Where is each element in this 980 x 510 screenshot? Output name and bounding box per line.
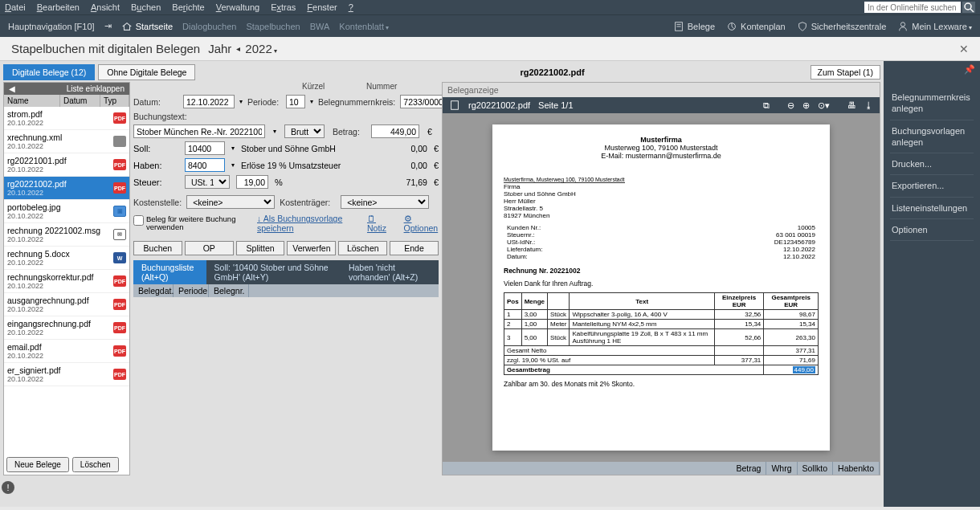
pdf-icon: PDF [113, 322, 126, 333]
popout-icon[interactable]: ⧉ [763, 100, 770, 111]
sidebar-action[interactable]: Exportieren... [890, 175, 974, 197]
file-item[interactable]: rechnungskorrektur.pdf20.10.2022PDF [4, 270, 129, 293]
sidebar-action[interactable]: Belegnummernkreis anlegen [890, 87, 974, 120]
link-notiz[interactable]: 🗒 Notiz [367, 214, 391, 233]
sidebar-action[interactable]: Buchungsvorlagen anlegen [890, 120, 974, 154]
sidebar-action[interactable]: Optionen [890, 219, 974, 241]
document-icon [449, 100, 460, 111]
tb-belege[interactable]: Belege [673, 21, 715, 32]
subtab-buchungsliste[interactable]: Buchungsliste (Alt+Q) [133, 260, 206, 284]
nav-bwa[interactable]: BWA [310, 22, 330, 31]
label-betrag: Betrag: [333, 127, 363, 137]
splitten-button[interactable]: Splitten [236, 241, 285, 255]
input-buchungstext[interactable] [133, 124, 265, 138]
input-soll[interactable] [185, 141, 225, 155]
col-betrag[interactable]: Betrag [732, 462, 767, 475]
select-kostenstelle[interactable]: <keine> [186, 195, 275, 209]
download-icon[interactable]: ⭳ [864, 100, 873, 110]
op-button[interactable]: OP [185, 241, 234, 255]
nav-stapelbuchen[interactable]: Stapelbuchen [246, 22, 300, 31]
input-betrag[interactable] [371, 124, 419, 138]
buchen-button[interactable]: Buchen [133, 241, 182, 255]
menu-bearbeiten[interactable]: Bearbeiten [37, 2, 80, 12]
zum-stapel-button[interactable]: Zum Stapel (1) [811, 65, 880, 80]
file-item[interactable]: rg20221001.pdf20.10.2022PDF [4, 153, 129, 177]
help-search-input[interactable] [864, 2, 961, 13]
zoom-in-icon[interactable]: ⊕ [802, 100, 810, 111]
nav-kontenblatt[interactable]: Kontenblatt [339, 22, 389, 31]
label-kuerzel: Kürzel [302, 82, 350, 91]
tb-kontenplan[interactable]: Kontenplan [726, 21, 786, 32]
file-item[interactable]: er_signiert.pdf20.10.2022PDF [4, 363, 129, 386]
file-item[interactable]: email.pdf20.10.2022PDF [4, 340, 129, 363]
checkbox-weitere-buchung[interactable] [133, 215, 144, 226]
pin-panel-icon[interactable]: 📌 [964, 64, 975, 75]
file-item[interactable]: rechnung 20221002.msg20.10.2022✉ [4, 223, 129, 247]
file-item[interactable]: rg20221002.pdf20.10.2022PDF [4, 177, 129, 200]
verwerfen-button[interactable]: Verwerfen [287, 241, 336, 255]
sidebar-action[interactable]: Drucken... [890, 153, 974, 175]
col-belegnr[interactable]: Belegnr. [209, 284, 249, 297]
pdf-icon: PDF [113, 369, 126, 380]
file-item[interactable]: portobeleg.jpg20.10.2022▣ [4, 200, 129, 223]
svg-point-0 [965, 3, 971, 10]
file-item[interactable]: rechnung 5.docx20.10.2022W [4, 247, 129, 270]
menu-ansicht[interactable]: Ansicht [91, 2, 120, 12]
neue-belege-button[interactable]: Neue Belege [6, 457, 69, 472]
zoom-out-icon[interactable]: ⊖ [787, 100, 794, 111]
print-icon[interactable]: 🖶 [847, 100, 856, 110]
input-datum[interactable] [183, 95, 235, 108]
subtab-haben[interactable]: Haben 'nicht vorhanden' (Alt+Z) [341, 260, 439, 284]
alert-icon[interactable]: ! [2, 481, 14, 494]
file-item[interactable]: ausgangrechnung.pdf20.10.2022PDF [4, 293, 129, 316]
label-periode: Periode: [247, 97, 281, 107]
file-item[interactable]: strom.pdf20.10.2022PDF [4, 107, 129, 130]
loeschen-button[interactable]: Löschen [72, 457, 119, 472]
col-whrg[interactable]: Whrg [766, 462, 797, 475]
text-steuer-val: 71,69 [379, 177, 427, 187]
col-sollkto[interactable]: Sollkto [798, 462, 834, 475]
pdf-icon: PDF [113, 159, 126, 170]
input-periode[interactable] [286, 95, 305, 108]
menu-datei[interactable]: Datei [5, 2, 26, 12]
tab-ohne-digitale-belege[interactable]: Ohne Digitale Belege [98, 64, 195, 80]
link-als-vorlage[interactable]: ↓ Als Buchungsvorlage speichern [257, 214, 354, 233]
collapse-list-button[interactable]: ◀Liste einklappen [4, 83, 129, 95]
text-haben-val: 0,00 [379, 161, 427, 170]
input-haben[interactable] [185, 158, 225, 172]
label-nummer: Nummer [366, 82, 439, 91]
menu-berichte[interactable]: Berichte [172, 2, 204, 12]
zoom-fit-icon[interactable]: ⊙▾ [818, 100, 830, 111]
löschen-button[interactable]: Löschen [338, 241, 387, 255]
label-datum: Datum: [133, 97, 178, 107]
menu-help[interactable]: ? [349, 2, 353, 12]
file-item[interactable]: eingangsrechnung.pdf20.10.2022PDF [4, 316, 129, 340]
select-brutto[interactable]: Brutto [284, 124, 325, 138]
subtab-soll[interactable]: Soll: '10400 Stober und Söhne GmbH' (Alt… [206, 260, 341, 284]
nav-startseite[interactable]: Startseite [136, 22, 173, 31]
menu-extras[interactable]: Extras [271, 2, 296, 12]
tb-sicherheit[interactable]: Sicherheitszentrale [797, 21, 887, 32]
sidebar-action[interactable]: Listeneinstellungen [890, 198, 974, 219]
pin-icon[interactable]: ⇥ [104, 21, 112, 31]
menu-buchen[interactable]: Buchen [131, 2, 161, 12]
tab-digitale-belege[interactable]: Digitale Belege (12) [3, 64, 95, 80]
col-periode[interactable]: Periode [174, 284, 209, 297]
col-belegdat[interactable]: Belegdat. [133, 284, 174, 297]
select-kostentraeger[interactable]: <keine> [341, 195, 429, 209]
nav-dialogbuchen[interactable]: Dialogbuchen [182, 22, 236, 31]
file-item[interactable]: xrechnung.xml20.10.2022 [4, 130, 129, 153]
year-selector[interactable]: 2022 [245, 42, 277, 55]
ende-button[interactable]: Ende [390, 241, 439, 255]
close-icon[interactable]: ✕ [959, 43, 969, 55]
menu-fenster[interactable]: Fenster [307, 2, 337, 12]
tb-meinlexware[interactable]: Mein Lexware [897, 21, 972, 32]
text-soll-val: 0,00 [379, 144, 427, 153]
hauptnavigation-button[interactable]: Hauptnavigation [F10] [8, 22, 95, 31]
help-search-button[interactable] [962, 2, 975, 13]
input-steuer-satz[interactable] [236, 175, 268, 189]
col-habenkto[interactable]: Habenkto [833, 462, 880, 475]
menu-verwaltung[interactable]: Verwaltung [216, 2, 259, 12]
link-optionen[interactable]: ⚙ Optionen [404, 214, 439, 233]
select-steuer-typ[interactable]: USt. 19% [185, 175, 230, 189]
